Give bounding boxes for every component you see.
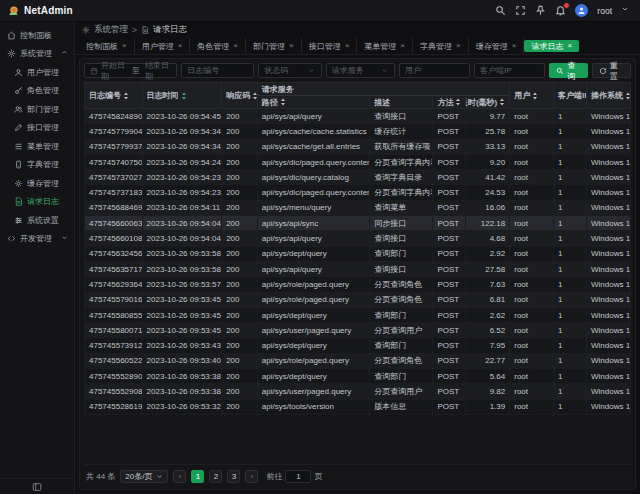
column-header-log-time[interactable]: 日志时间: [142, 83, 222, 109]
tab-请求日志[interactable]: 请求日志×: [524, 40, 579, 52]
cell-code: 200: [222, 399, 258, 414]
page-size-select[interactable]: 20条/页: [120, 470, 168, 483]
cell-duration: 122.18: [466, 216, 510, 231]
cell-desc: 分页查询字典内容: [370, 154, 433, 169]
sidebar-item-roles[interactable]: 角色管理: [0, 82, 74, 101]
tab-部门管理[interactable]: 部门管理×: [246, 38, 302, 54]
cell-code: 200: [222, 154, 258, 169]
close-icon[interactable]: ×: [178, 42, 183, 50]
client-ip-input[interactable]: [480, 66, 539, 75]
tab-用户管理[interactable]: 用户管理×: [135, 38, 191, 54]
tab-缓存管理[interactable]: 缓存管理×: [469, 38, 525, 54]
brand[interactable]: NetAdmin: [8, 5, 73, 16]
close-icon[interactable]: ×: [567, 42, 572, 50]
close-icon[interactable]: ×: [512, 42, 517, 50]
cell-desc: 查询菜单: [370, 200, 433, 215]
table-row[interactable]: 4757455529082932023-10-26 09:53:38200api…: [85, 384, 631, 399]
user-field: [399, 63, 470, 78]
column-header-os[interactable]: 操作系统: [587, 83, 631, 109]
page-button-2[interactable]: 2: [209, 470, 222, 483]
table-row[interactable]: 4757456601088052023-10-26 09:54:04200api…: [85, 231, 631, 246]
cell-path: api/sys/api/query: [257, 261, 370, 276]
sidebar-item-dicts[interactable]: 字典管理: [0, 156, 74, 175]
table-row[interactable]: 4757457799372852023-10-26 09:54:34200api…: [85, 139, 631, 154]
tab-字典管理[interactable]: 字典管理×: [413, 38, 469, 54]
table-row[interactable]: 4757457371832372023-10-26 09:54:23200api…: [85, 185, 631, 200]
column-header-duration[interactable]: 耗时(毫秒): [466, 96, 510, 109]
page-jump: 前往 页: [266, 470, 322, 483]
sidebar-item-request-log[interactable]: 请求日志: [0, 193, 74, 212]
sidebar-item-users[interactable]: 用户管理: [0, 63, 74, 82]
prev-page-button[interactable]: ‹: [173, 470, 186, 483]
next-page-button[interactable]: ›: [245, 470, 258, 483]
breadcrumb-item-request-log[interactable]: 请求日志: [153, 24, 187, 36]
sidebar-item-label: 用户管理: [27, 67, 59, 78]
close-icon[interactable]: ×: [456, 42, 461, 50]
status-code-select[interactable]: 状态码: [258, 63, 322, 78]
column-header-client-ip[interactable]: 客户端IP: [554, 83, 587, 109]
sidebar-item-dev[interactable]: 开发管理: [0, 230, 74, 249]
table-row[interactable]: 4757457799045172023-10-26 09:54:34200api…: [85, 124, 631, 139]
sidebar-item-cache[interactable]: 缓存管理: [0, 174, 74, 193]
table-row[interactable]: 4757456324567092023-10-26 09:53:58200api…: [85, 246, 631, 261]
sidebar-item-label: 系统管理: [20, 48, 52, 59]
sidebar-item-menus[interactable]: 菜单管理: [0, 137, 74, 156]
avatar[interactable]: [575, 4, 588, 17]
page-button-1[interactable]: 1: [191, 470, 204, 483]
fullscreen-icon[interactable]: [515, 5, 526, 16]
jump-page-input[interactable]: [285, 470, 311, 483]
tab-控制面板[interactable]: 控制面板×: [79, 38, 135, 54]
tab-接口管理[interactable]: 接口管理×: [302, 38, 358, 54]
page-button-3[interactable]: 3: [227, 470, 240, 483]
user-input[interactable]: [405, 66, 464, 75]
table-row[interactable]: 4757455739125812023-10-26 09:53:43200api…: [85, 338, 631, 353]
close-icon[interactable]: ×: [122, 42, 127, 50]
table-row[interactable]: 4757456357171252023-10-26 09:53:58200api…: [85, 261, 631, 276]
sidebar-item-apis[interactable]: 接口管理: [0, 119, 74, 138]
close-icon[interactable]: ×: [289, 42, 294, 50]
pin-icon[interactable]: [535, 5, 546, 16]
service-placeholder: 请求服务: [332, 65, 364, 76]
close-icon[interactable]: ×: [400, 42, 405, 50]
column-header-log-id[interactable]: 日志编号: [85, 83, 143, 109]
table-row[interactable]: 4757455800716852023-10-26 09:53:45200api…: [85, 323, 631, 338]
table-row[interactable]: 4757455286190132023-10-26 09:53:32200api…: [85, 399, 631, 414]
table-row[interactable]: 4757456600637492023-10-26 09:54:04200api…: [85, 216, 631, 231]
search-icon[interactable]: [495, 5, 506, 16]
cell-desc: 查询接口: [370, 109, 433, 124]
sidebar-item-depts[interactable]: 部门管理: [0, 100, 74, 119]
bell-icon[interactable]: [555, 5, 566, 16]
table-row[interactable]: 4757455528900052023-10-26 09:53:38200api…: [85, 369, 631, 384]
breadcrumb-item-system[interactable]: 系统管理: [94, 24, 128, 36]
table-row[interactable]: 4757457407508532023-10-26 09:54:24200api…: [85, 154, 631, 169]
column-header-path[interactable]: 路径: [257, 96, 370, 109]
table-row[interactable]: 4757455790161972023-10-26 09:53:45200api…: [85, 292, 631, 307]
tab-角色管理[interactable]: 角色管理×: [190, 38, 246, 54]
query-button[interactable]: 查询: [549, 63, 588, 78]
table-row[interactable]: 4757457370275892023-10-26 09:54:23200api…: [85, 170, 631, 185]
calendar-icon: [90, 67, 98, 75]
cell-desc: 版本信息: [370, 399, 433, 414]
cell-time: 2023-10-26 09:53:58: [142, 246, 222, 261]
sidebar-item-settings[interactable]: 系统设置: [0, 211, 74, 230]
collapse-sidebar-icon[interactable]: [32, 482, 42, 492]
table-row[interactable]: 4757455808553012023-10-26 09:53:45200api…: [85, 307, 631, 322]
table-row[interactable]: 4757458248908852023-10-26 09:54:45200api…: [85, 109, 631, 124]
log-id-input[interactable]: [187, 66, 248, 75]
close-icon[interactable]: ×: [345, 42, 350, 50]
table-row[interactable]: 4757456293642292023-10-26 09:53:57200api…: [85, 277, 631, 292]
sidebar-item-system[interactable]: 系统管理: [0, 45, 74, 64]
service-select[interactable]: 请求服务: [326, 63, 395, 78]
current-user-name[interactable]: root: [597, 6, 612, 16]
table-row[interactable]: 4757455605227572023-10-26 09:53:40200api…: [85, 353, 631, 368]
tab-菜单管理[interactable]: 菜单管理×: [357, 38, 413, 54]
column-header-response-code[interactable]: 响应码: [222, 83, 258, 109]
table-row[interactable]: 4757456884695092023-10-26 09:54:11200api…: [85, 200, 631, 215]
column-header-user[interactable]: 用户: [510, 83, 554, 109]
reset-button[interactable]: 重置: [592, 63, 631, 78]
column-header-method[interactable]: 方法: [433, 96, 466, 109]
sidebar-item-dashboard[interactable]: 控制面板: [0, 26, 74, 45]
date-range-picker[interactable]: 开始日期 至 结束日期: [84, 63, 177, 78]
chevron-down-icon[interactable]: [621, 5, 632, 16]
close-icon[interactable]: ×: [233, 42, 238, 50]
